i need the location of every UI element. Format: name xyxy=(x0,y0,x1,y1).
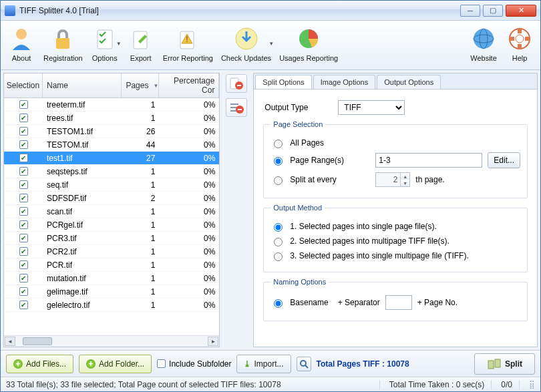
row-checkbox[interactable] xyxy=(19,154,28,162)
scroll-thumb[interactable] xyxy=(23,337,52,345)
radio-output-multi[interactable] xyxy=(274,238,283,246)
svg-text:!: ! xyxy=(186,35,188,44)
radio-output-single-multi[interactable] xyxy=(274,252,283,261)
registration-button[interactable]: Registration xyxy=(39,22,87,68)
page-range-input[interactable] xyxy=(375,153,482,168)
table-row[interactable]: gelimage.tif10% xyxy=(4,285,219,299)
row-checkbox[interactable] xyxy=(19,100,28,109)
row-checkbox[interactable] xyxy=(19,287,28,296)
col-name[interactable]: Name xyxy=(43,73,122,97)
row-checkbox[interactable] xyxy=(19,301,28,309)
row-checkbox[interactable] xyxy=(19,180,28,189)
title-bar[interactable]: TIFF Splitter 4.0 [Trial] ─ ▢ ✕ xyxy=(1,1,540,21)
table-row[interactable]: trees.tif10% xyxy=(4,112,219,125)
row-checkbox[interactable] xyxy=(19,220,28,229)
help-button[interactable]: Help xyxy=(502,22,538,68)
naming-options-group: Naming Options Basename + Separator + Pa… xyxy=(263,278,528,321)
table-row[interactable]: scan.tif10% xyxy=(4,205,219,218)
include-subfolder-checkbox[interactable]: Include Subfolder xyxy=(157,359,231,369)
usages-reporting-button[interactable]: Usages Reporting xyxy=(275,22,342,68)
check-updates-button[interactable]: ▼ Check Updates xyxy=(217,22,275,68)
row-checkbox[interactable] xyxy=(19,274,28,282)
radio-output-single[interactable] xyxy=(274,223,283,232)
radio-split-every[interactable] xyxy=(274,176,283,185)
zoom-button[interactable] xyxy=(297,357,311,371)
table-row[interactable]: PCR.tif10% xyxy=(4,258,219,272)
options-button[interactable]: ▼ Options xyxy=(87,22,123,68)
col-selection[interactable]: Selection xyxy=(4,73,43,97)
step-down-icon[interactable]: ▼ xyxy=(400,180,409,186)
about-button[interactable]: About xyxy=(3,22,39,68)
import-button[interactable]: ⤓Import... xyxy=(236,355,291,373)
row-checkbox[interactable] xyxy=(19,260,28,269)
checkbox-icon[interactable] xyxy=(157,359,166,368)
table-row[interactable]: test1.tif270% xyxy=(4,152,219,165)
remove-list-button[interactable] xyxy=(226,98,247,117)
radio-all-pages[interactable] xyxy=(274,140,283,148)
row-checkbox[interactable] xyxy=(19,194,28,202)
tab-split-options[interactable]: Split Options xyxy=(255,75,311,89)
minimize-button[interactable]: ─ xyxy=(460,5,480,17)
table-row[interactable]: treeterm.tif10% xyxy=(4,98,219,112)
tab-output-options[interactable]: Output Options xyxy=(377,75,441,89)
chevron-down-icon[interactable]: ▼ xyxy=(116,41,122,47)
table-row[interactable]: gelelectro.tif10% xyxy=(4,299,219,312)
row-checkbox[interactable] xyxy=(19,247,28,256)
chevron-down-icon[interactable]: ▼ xyxy=(268,41,274,47)
export-button[interactable]: Export xyxy=(123,22,159,68)
status-bar: 33 Total file(s); 33 file selected; Tota… xyxy=(1,377,540,391)
split-every-stepper[interactable]: ▲▼ xyxy=(375,172,410,187)
table-row[interactable]: TESTOM.tif440% xyxy=(4,138,219,152)
cell-pct: 0% xyxy=(159,247,219,256)
row-checkbox[interactable] xyxy=(19,114,28,122)
row-checkbox[interactable] xyxy=(19,167,28,176)
table-row[interactable]: seq.tif10% xyxy=(4,178,219,192)
remove-file-button[interactable] xyxy=(226,74,247,93)
cell-name: seq.tif xyxy=(43,180,122,190)
output-type-select[interactable]: TIFF xyxy=(338,100,405,115)
export-icon xyxy=(127,25,155,53)
radio-page-range[interactable] xyxy=(274,157,283,166)
table-row[interactable]: TESTOM1.tif260% xyxy=(4,125,219,138)
horizontal-scrollbar[interactable]: ◄ ► xyxy=(4,335,219,347)
step-up-icon[interactable]: ▲ xyxy=(400,173,409,180)
resize-grip-icon[interactable]: ⣿ xyxy=(529,380,535,389)
cell-pct: 0% xyxy=(159,127,219,136)
cell-pages: 1 xyxy=(122,100,159,110)
table-row[interactable]: PCRgel.tif10% xyxy=(4,218,219,232)
maximize-button[interactable]: ▢ xyxy=(483,5,503,17)
grid-body[interactable]: treeterm.tif10%trees.tif10%TESTOM1.tif26… xyxy=(4,98,219,335)
tab-image-options[interactable]: Image Options xyxy=(313,75,376,89)
website-button[interactable]: Website xyxy=(466,22,502,68)
table-row[interactable]: seqsteps.tif10% xyxy=(4,165,219,178)
cell-pages: 1 xyxy=(122,260,159,270)
table-row[interactable]: mutation.tif10% xyxy=(4,272,219,285)
split-options-page: Output Type TIFF Page Selection All Page… xyxy=(254,89,537,347)
row-checkbox[interactable] xyxy=(19,140,28,149)
table-row[interactable]: SDFSDF.tif20% xyxy=(4,192,219,205)
svg-point-0 xyxy=(16,29,27,39)
label-page-range: Page Range(s) xyxy=(290,156,370,165)
scroll-right-button[interactable]: ► xyxy=(208,337,218,346)
table-row[interactable]: PCR2.tif10% xyxy=(4,245,219,258)
status-progress: 0/0 xyxy=(501,380,520,389)
edit-range-button[interactable]: Edit... xyxy=(488,152,520,168)
error-reporting-button[interactable]: ! Error Reporting xyxy=(159,22,217,68)
close-button[interactable]: ✕ xyxy=(506,5,536,17)
cell-pages: 26 xyxy=(122,127,159,136)
output-type-label: Output Type xyxy=(264,103,331,112)
row-checkbox[interactable] xyxy=(19,234,28,242)
col-percentage[interactable]: Percentage Cor xyxy=(159,73,219,97)
add-files-button[interactable]: +Add Files... xyxy=(6,355,73,373)
col-pages[interactable]: Pages▼ xyxy=(122,73,159,97)
radio-basename[interactable] xyxy=(274,299,283,308)
grid-header: Selection Name Pages▼ Percentage Cor xyxy=(4,73,219,98)
table-row[interactable]: PCR3.tif10% xyxy=(4,232,219,245)
cell-name: seqsteps.tif xyxy=(43,167,122,176)
row-checkbox[interactable] xyxy=(19,127,28,136)
row-checkbox[interactable] xyxy=(19,207,28,216)
separator-input[interactable] xyxy=(385,295,412,310)
add-folder-button[interactable]: +Add Folder... xyxy=(79,355,152,373)
split-button[interactable]: Split xyxy=(474,353,535,375)
scroll-left-button[interactable]: ◄ xyxy=(5,337,15,346)
